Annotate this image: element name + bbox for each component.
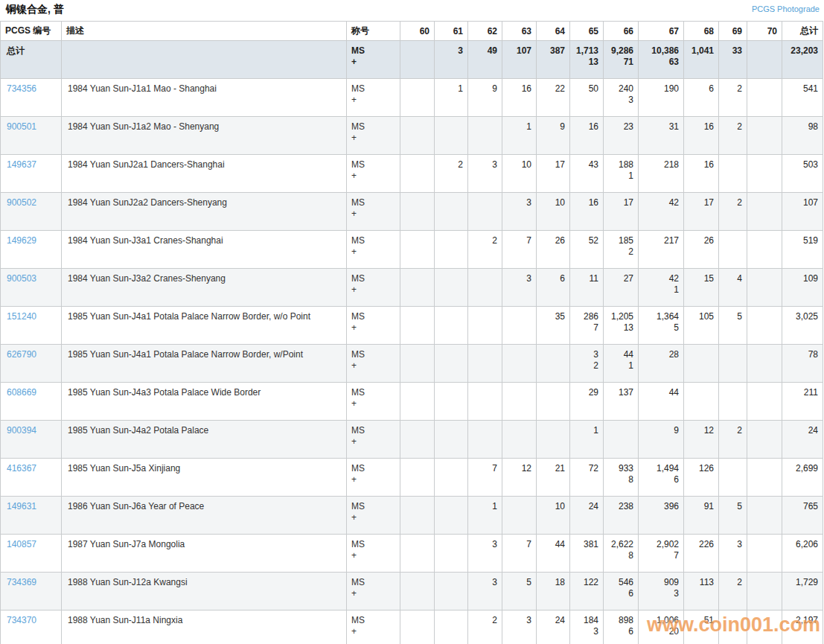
grade-66-cell <box>604 421 639 459</box>
pcgs-number-link[interactable]: 734370 <box>7 615 36 625</box>
row-total: 23,203 <box>782 41 823 79</box>
grade-66-cell: 8986 <box>604 610 639 644</box>
grade-63-cell: 1 <box>502 117 537 155</box>
grade-60-cell <box>400 421 435 459</box>
table-row: 9003941985 Yuan Sun-J4a2 Potala PalaceMS… <box>1 421 823 459</box>
grade-62-cell: 2 <box>468 610 502 644</box>
pcgs-number-link[interactable]: 900503 <box>7 273 36 284</box>
grade-60-cell <box>400 231 435 269</box>
pcgs-number-link[interactable]: 149637 <box>7 159 36 170</box>
grade-65-cell: 52 <box>570 231 604 269</box>
grade-62-cell <box>468 345 502 383</box>
row-total: 78 <box>782 345 823 383</box>
grade-63-cell: 107 <box>502 41 537 79</box>
designation-cell: MS+ <box>347 459 400 497</box>
grade-62-cell: 9 <box>468 79 502 117</box>
grade-69-cell <box>719 231 747 269</box>
grade-60-cell <box>400 79 435 117</box>
grade-67-cell: 421 <box>639 269 684 307</box>
grade-65-cell: 1843 <box>570 610 604 644</box>
grade-65-cell: 11 <box>570 269 604 307</box>
grade-60-cell <box>400 610 435 644</box>
coin-description: 1984 Yuan Sun-J3a2 Cranes-Shenyang <box>62 269 347 307</box>
grade-66-cell: 9338 <box>604 459 639 497</box>
grade-70-cell <box>747 193 782 231</box>
pcgs-number-link[interactable]: 900501 <box>7 121 36 132</box>
pcgs-number-link[interactable]: 608669 <box>7 387 36 398</box>
pcgs-number-link[interactable]: 416367 <box>7 463 36 474</box>
grade-64-cell: 6 <box>537 269 570 307</box>
grade-65-cell: 1,71313 <box>570 41 604 79</box>
grade-70-cell <box>747 307 782 345</box>
grade-63-cell <box>502 307 537 345</box>
designation-cell: MS+ <box>347 231 400 269</box>
grade-66-cell: 2403 <box>604 79 639 117</box>
pcgs-number-cell: 416367 <box>1 459 62 497</box>
grade-60-cell <box>400 345 435 383</box>
pcgs-number-link[interactable]: 149629 <box>7 235 36 246</box>
row-total: 107 <box>782 193 823 231</box>
pcgs-number-link[interactable]: 900502 <box>7 197 36 208</box>
grade-62-cell: 3 <box>468 535 502 573</box>
grade-65-cell: 16 <box>570 193 604 231</box>
pcgs-number-link[interactable]: 626790 <box>7 349 36 360</box>
pcgs-number-link[interactable]: 734356 <box>7 83 36 94</box>
grade-66-cell: 441 <box>604 345 639 383</box>
grade-68-cell: 15 <box>684 269 719 307</box>
designation-cell: MS+ <box>347 535 400 573</box>
table-row: 9005021984 Yuan SunJ2a2 Dancers-Shenyang… <box>1 193 823 231</box>
grade-68-cell: 51 <box>684 610 719 644</box>
grade-67-cell: 1,00620 <box>639 610 684 644</box>
grade-70-cell <box>747 573 782 610</box>
coin-description: 1987 Yuan Sun-J7a Mongolia <box>62 535 347 573</box>
grade-69-cell: 2 <box>719 79 747 117</box>
pcgs-number-link[interactable]: 149631 <box>7 501 36 511</box>
pcgs-number-link[interactable]: 900394 <box>7 425 36 436</box>
grade-66-cell: 137 <box>604 383 639 421</box>
designation-cell: MS+ <box>347 497 400 535</box>
grade-63-cell: 3 <box>502 269 537 307</box>
grade-69-cell <box>719 459 747 497</box>
grade-63-cell <box>502 345 537 383</box>
grade-60-cell <box>400 269 435 307</box>
grade-65-cell: 29 <box>570 383 604 421</box>
table-row: 6086691985 Yuan Sun-J4a3 Potala Palace W… <box>1 383 823 421</box>
grade-61-cell <box>435 383 468 421</box>
grade-62-cell <box>468 307 502 345</box>
pcgs-number-link[interactable]: 151240 <box>7 311 36 322</box>
grade-66-cell: 27 <box>604 269 639 307</box>
grade-64-cell: 24 <box>537 610 570 644</box>
column-header-61: 61 <box>435 22 468 41</box>
designation-cell: MS+ <box>347 307 400 345</box>
grade-62-cell: 3 <box>468 155 502 193</box>
grade-68-cell: 6 <box>684 79 719 117</box>
grade-67-cell: 28 <box>639 345 684 383</box>
grade-70-cell <box>747 231 782 269</box>
pcgs-photograde-link[interactable]: PCGS Photograde <box>752 4 820 13</box>
grade-64-cell: 9 <box>537 117 570 155</box>
grade-69-cell: 3 <box>719 535 747 573</box>
column-header-total: 总计 <box>782 22 823 41</box>
grade-70-cell <box>747 535 782 573</box>
coin-description: 1984 Yuan SunJ2a1 Dancers-Shanghai <box>62 155 347 193</box>
grade-70-cell <box>747 459 782 497</box>
column-header-70: 70 <box>747 22 782 41</box>
grade-69-cell: 2 <box>719 117 747 155</box>
pcgs-number-link[interactable]: 140857 <box>7 539 36 549</box>
grade-63-cell: 16 <box>502 79 537 117</box>
pcgs-number-cell: 608669 <box>1 383 62 421</box>
grade-66-cell: 2,6228 <box>604 535 639 573</box>
grade-64-cell <box>537 383 570 421</box>
grade-70-cell <box>747 155 782 193</box>
pcgs-number-link[interactable]: 734369 <box>7 577 36 587</box>
coin-description: 1984 Yuan Sun-J1a1 Mao - Shanghai <box>62 79 347 117</box>
grade-67-cell: 1,4946 <box>639 459 684 497</box>
coin-description: 1984 Yuan Sun-J1a2 Mao - Shenyang <box>62 117 347 155</box>
grade-70-cell <box>747 117 782 155</box>
designation-cell: MS+ <box>347 573 400 610</box>
column-header-66: 66 <box>604 22 639 41</box>
grade-68-cell: 16 <box>684 155 719 193</box>
row-total: 6,206 <box>782 535 823 573</box>
table-row: 1496291984 Yuan Sun-J3a1 Cranes-Shanghai… <box>1 231 823 269</box>
column-header-63: 63 <box>502 22 537 41</box>
